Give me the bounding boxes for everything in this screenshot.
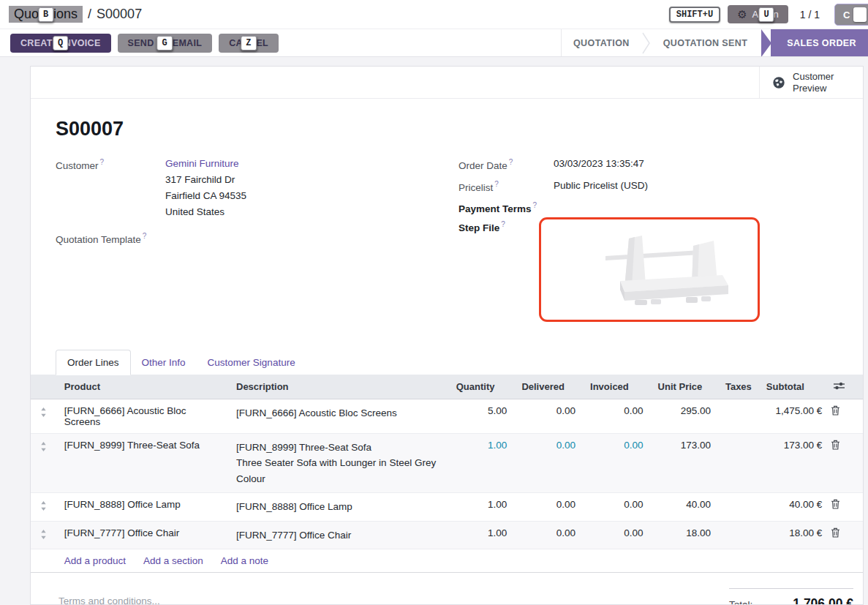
cell-quantity[interactable]: 1.00 — [449, 521, 515, 549]
breadcrumb-parent-quotations[interactable]: Quotations B — [9, 6, 83, 23]
field-group: Customer? Gemini Furniture 317 Fairchild… — [56, 158, 838, 331]
help-tooltip-icon: ? — [494, 180, 499, 188]
cell-quantity[interactable]: 1.00 — [449, 493, 515, 522]
drag-handle[interactable] — [31, 399, 57, 433]
table-row[interactable]: [FURN_8888] Office Lamp [FURN_8888] Offi… — [31, 493, 863, 522]
delete-row-button[interactable] — [829, 493, 863, 522]
cell-delivered[interactable]: 0.00 — [514, 399, 583, 433]
drag-handle[interactable] — [31, 493, 57, 522]
add-row-spacer — [31, 549, 57, 573]
cell-product[interactable]: [FURN_7777] Office Chair — [57, 521, 229, 549]
table-row[interactable]: [FURN_7777] Office Chair [FURN_7777] Off… — [31, 521, 863, 549]
delete-row-button[interactable] — [829, 433, 863, 493]
optional-columns-icon — [834, 382, 845, 390]
cell-product[interactable]: [FURN_8888] Office Lamp — [57, 493, 229, 522]
handle-column-header — [31, 375, 57, 399]
optional-columns-button[interactable] — [829, 375, 863, 399]
cell-description[interactable]: [FURN_6666] Acoustic Bloc Screens — [229, 399, 449, 433]
cell-delivered[interactable]: 0.00 — [514, 521, 583, 549]
column-header-taxes[interactable]: Taxes — [718, 375, 759, 399]
trash-icon — [831, 527, 840, 538]
cell-invoiced[interactable]: 0.00 — [583, 521, 651, 549]
table-row[interactable]: [FURN_6666] Acoustic Bloc Screens [FURN_… — [31, 399, 863, 433]
table-row[interactable]: [FURN_8999] Three-Seat Sofa [FURN_8999] … — [31, 433, 863, 493]
send-by-email-button[interactable]: SEND BY EMAIL G — [118, 34, 213, 53]
customer-label: Customer? — [56, 158, 165, 220]
step-file-image-field[interactable] — [539, 217, 760, 322]
column-header-description[interactable]: Description — [229, 375, 449, 399]
sheet-footer: Terms and conditions... Total: 1,706.00 … — [31, 573, 863, 605]
terms-and-conditions-field[interactable]: Terms and conditions... — [59, 588, 160, 605]
tab-order-lines[interactable]: Order Lines — [56, 350, 131, 375]
cell-taxes[interactable] — [718, 433, 759, 493]
customer-link[interactable]: Gemini Furniture — [165, 158, 239, 169]
customer-address: 317 Fairchild Dr Fairfield CA 94535 Unit… — [165, 172, 246, 220]
column-header-invoiced[interactable]: Invoiced — [583, 375, 651, 399]
create-button[interactable]: C — [834, 4, 868, 26]
delete-row-button[interactable] — [829, 399, 863, 433]
hotkey-badge-send-email: G — [157, 36, 173, 50]
customer-preview-button[interactable]: Customer Preview — [759, 67, 863, 98]
cancel-button[interactable]: CANCEL Z — [219, 34, 279, 53]
delete-row-button[interactable] — [829, 521, 863, 549]
cell-delivered[interactable]: 0.00 — [514, 493, 583, 522]
order-date-value[interactable]: 03/03/2023 13:35:47 — [554, 158, 644, 171]
column-header-unit-price[interactable]: Unit Price — [651, 375, 718, 399]
cell-quantity[interactable]: 5.00 — [449, 399, 515, 433]
cell-invoiced[interactable]: 0.00 — [583, 399, 651, 433]
statusbar-step-quotation-sent[interactable]: QUOTATION SENT — [652, 29, 760, 56]
customer-value: Gemini Furniture 317 Fairchild Dr Fairfi… — [165, 158, 246, 220]
cell-delivered[interactable]: 0.00 — [514, 433, 583, 493]
breadcrumb-bar: Quotations B / S00007 SHIFT+U ⚙ Action U… — [0, 0, 868, 29]
step-file-preview — [541, 219, 758, 320]
statusbar: QUOTATION QUOTATION SENT SALES ORDER — [561, 29, 868, 56]
column-header-quantity[interactable]: Quantity — [449, 375, 515, 399]
order-date-label: Order Date? — [458, 158, 554, 171]
table-add-row: Add a product Add a section Add a note — [31, 549, 863, 573]
add-a-product-link[interactable]: Add a product — [64, 555, 126, 566]
cell-unit-price[interactable]: 173.00 — [651, 433, 718, 493]
cell-unit-price[interactable]: 295.00 — [651, 399, 718, 433]
breadcrumb: Quotations B / S00007 — [9, 6, 142, 23]
column-header-product[interactable]: Product — [57, 375, 229, 399]
drag-handle[interactable] — [31, 433, 57, 493]
content-area: Customer Preview S00007 Customer? Gemini… — [0, 57, 868, 605]
add-a-note-link[interactable]: Add a note — [221, 555, 268, 566]
cell-product[interactable]: [FURN_8999] Three-Seat Sofa — [57, 433, 229, 493]
help-tooltip-icon: ? — [501, 220, 505, 228]
cell-unit-price[interactable]: 40.00 — [651, 493, 718, 522]
pricelist-value[interactable]: Public Pricelist (USD) — [554, 180, 648, 193]
cell-unit-price[interactable]: 18.00 — [651, 521, 718, 549]
create-invoice-button[interactable]: CREATE INVOICE Q — [10, 34, 111, 53]
drag-handle-icon — [40, 530, 47, 539]
notebook-tabs: Order Lines Other Info Customer Signatur… — [56, 350, 863, 375]
statusbar-step-quotation[interactable]: QUOTATION — [562, 29, 641, 56]
cell-taxes[interactable] — [718, 493, 759, 522]
customer-preview-label: Customer Preview — [793, 71, 863, 94]
cell-description[interactable]: [FURN_8999] Three-Seat Sofa Three Seater… — [229, 433, 449, 493]
drag-handle[interactable] — [31, 521, 57, 549]
statusbar-step-sales-order[interactable]: SALES ORDER — [771, 29, 868, 56]
cell-description[interactable]: [FURN_8888] Office Lamp — [229, 493, 449, 522]
field-customer: Customer? Gemini Furniture 317 Fairchild… — [56, 158, 447, 220]
cell-product[interactable]: [FURN_6666] Acoustic Bloc Screens — [57, 399, 229, 433]
tab-customer-signature[interactable]: Customer Signature — [197, 350, 306, 375]
tab-other-info[interactable]: Other Info — [131, 350, 197, 375]
add-a-section-link[interactable]: Add a section — [143, 555, 203, 566]
drag-handle-icon — [40, 407, 47, 417]
cell-invoiced[interactable]: 0.00 — [583, 493, 651, 522]
cell-taxes[interactable] — [718, 521, 759, 549]
pricelist-label: Pricelist? — [458, 180, 554, 193]
cell-taxes[interactable] — [718, 399, 759, 433]
cell-quantity[interactable]: 1.00 — [449, 433, 515, 493]
column-header-delivered[interactable]: Delivered — [514, 375, 583, 399]
action-menu-button[interactable]: ⚙ Action U — [728, 5, 788, 23]
field-order-date: Order Date? 03/03/2023 13:35:47 — [458, 158, 838, 171]
pager-counter: 1 / 1 — [800, 9, 820, 20]
cell-invoiced[interactable]: 0.00 — [583, 433, 651, 493]
column-header-subtotal[interactable]: Subtotal — [759, 375, 829, 399]
create-button-label: C — [843, 10, 850, 20]
statusbar-separator-icon — [641, 29, 652, 56]
toolbar-buttons: CREATE INVOICE Q SEND BY EMAIL G CANCEL … — [10, 29, 285, 56]
cell-description[interactable]: [FURN_7777] Office Chair — [229, 521, 449, 549]
